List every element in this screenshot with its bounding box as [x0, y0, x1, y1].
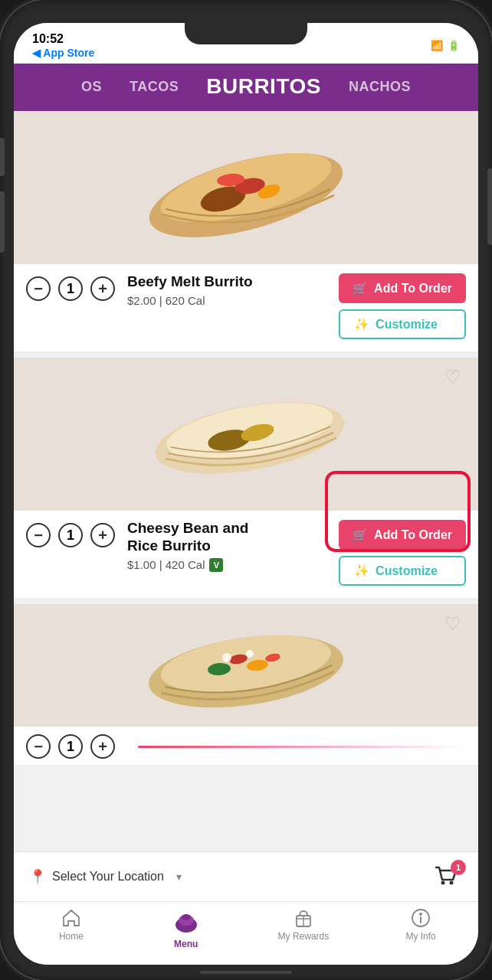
beefy-melt-customize[interactable]: ✨ Customize	[339, 309, 466, 339]
cart-icon-btn2: 🛒	[353, 528, 368, 542]
cheesy-bean-controls: − 1 + Cheesy Bean andRice Burrito $1.00 …	[14, 511, 478, 598]
third-burrito-image: ♡	[14, 604, 478, 727]
cheesy-bean-info: Cheesy Bean andRice Burrito $1.00 | 420 …	[127, 520, 326, 572]
cheesy-bean-name: Cheesy Bean andRice Burrito	[127, 520, 326, 555]
beefy-melt-add-label: Add To Order	[374, 282, 452, 296]
phone-screen: 10:52 ◀ App Store 📶 🔋 OS TACOS BURRITOS …	[14, 23, 478, 965]
tab-menu-label: Menu	[174, 939, 198, 949]
cart-button[interactable]: 1	[429, 861, 463, 892]
rewards-icon	[294, 908, 313, 928]
cheesy-bean-plus[interactable]: +	[90, 523, 115, 547]
beefy-melt-name: Beefy Melt Burrito	[127, 273, 326, 291]
volume-down-button	[0, 138, 5, 176]
status-icons: 📶 🔋	[431, 40, 460, 51]
svg-point-18	[441, 881, 445, 885]
wand-icon-btn1: ✨	[354, 317, 369, 332]
cheesy-bean-add-to-order[interactable]: 🛒 Add To Order	[339, 520, 466, 550]
menu-icon	[172, 908, 200, 936]
third-plus[interactable]: +	[90, 734, 115, 759]
beefy-melt-qty: − 1 +	[26, 276, 115, 301]
beefy-melt-plus[interactable]: +	[90, 276, 115, 301]
location-text: Select Your Location	[52, 870, 164, 884]
tab-info[interactable]: My Info	[398, 908, 444, 949]
third-qty-num: 1	[58, 734, 83, 759]
tab-bar: Home Menu My Rewards	[14, 901, 478, 965]
category-nav: OS TACOS BURRITOS NACHOS	[14, 64, 478, 111]
cart-badge: 1	[451, 860, 466, 875]
location-selector[interactable]: 📍 Select Your Location ▾	[29, 868, 429, 885]
beefy-melt-order-buttons: 🛒 Add To Order ✨ Customize	[339, 273, 466, 339]
svg-point-25	[419, 913, 422, 916]
svg-point-22	[182, 914, 191, 920]
beefy-melt-burrito-svg	[123, 126, 369, 249]
beefy-melt-image	[14, 111, 478, 264]
cat-tacos[interactable]: TACOS	[116, 76, 192, 98]
tab-rewards-label: My Rewards	[278, 931, 330, 942]
home-indicator	[200, 971, 292, 974]
beefy-melt-price: $2.00 | 620 Cal	[127, 294, 326, 307]
power-button	[487, 168, 492, 245]
tab-menu[interactable]: Menu	[163, 908, 209, 949]
beefy-melt-qty-num: 1	[58, 276, 83, 301]
svg-point-17	[246, 650, 254, 658]
beefy-melt-add-to-order[interactable]: 🛒 Add To Order	[339, 273, 466, 303]
menu-scroll: − 1 + Beefy Melt Burrito $2.00 | 620 Cal…	[14, 111, 478, 851]
cheesy-bean-customize-label: Customize	[376, 564, 438, 578]
beefy-melt-customize-label: Customize	[376, 318, 438, 332]
menu-card-third: ♡	[14, 604, 478, 765]
cheesy-bean-image: ♡	[14, 358, 478, 511]
location-bar: 📍 Select Your Location ▾ 1	[14, 851, 478, 901]
info-icon	[411, 908, 431, 928]
menu-card-cheesy-bean: ♡ − 1 +	[14, 358, 478, 598]
cat-nachos[interactable]: NACHOS	[335, 76, 425, 98]
battery-icon: 🔋	[448, 40, 460, 51]
third-burrito-favorite[interactable]: ♡	[444, 613, 466, 635]
beefy-melt-minus[interactable]: −	[26, 276, 51, 301]
cheesy-bean-order-buttons: 🛒 Add To Order ✨ Customize	[339, 520, 466, 586]
third-qty-row: − 1 +	[14, 727, 478, 765]
cheesy-bean-add-label: Add To Order	[374, 528, 452, 542]
cart-icon-btn1: 🛒	[353, 281, 368, 296]
tab-rewards[interactable]: My Rewards	[278, 908, 330, 949]
beefy-melt-controls: − 1 + Beefy Melt Burrito $2.00 | 620 Cal…	[14, 264, 478, 351]
wand-icon-btn2: ✨	[354, 564, 369, 578]
location-chevron-icon: ▾	[176, 871, 182, 883]
menu-card-beefy-melt: − 1 + Beefy Melt Burrito $2.00 | 620 Cal…	[14, 111, 478, 351]
cat-os[interactable]: OS	[67, 76, 116, 98]
vegetarian-icon: V	[209, 558, 223, 572]
home-icon	[61, 908, 81, 928]
status-time: 10:52	[32, 32, 94, 46]
volume-up-button	[0, 191, 5, 253]
cheesy-bean-minus[interactable]: −	[26, 523, 51, 547]
tab-info-label: My Info	[405, 931, 435, 942]
wifi-icon: 📶	[431, 40, 443, 51]
third-burrito-svg	[123, 604, 369, 727]
location-pin-icon: 📍	[29, 868, 46, 885]
cheesy-bean-favorite[interactable]: ♡	[444, 367, 466, 388]
phone-shell: 10:52 ◀ App Store 📶 🔋 OS TACOS BURRITOS …	[0, 0, 492, 980]
svg-point-16	[222, 653, 231, 662]
notch	[185, 23, 307, 44]
third-minus[interactable]: −	[26, 734, 51, 759]
tab-home-label: Home	[59, 931, 84, 942]
tab-home[interactable]: Home	[48, 908, 94, 949]
cheesy-bean-qty: − 1 +	[26, 523, 115, 547]
cheesy-bean-price: $1.00 | 420 Cal V	[127, 558, 326, 572]
cheesy-bean-qty-num: 1	[58, 523, 83, 547]
beefy-melt-info: Beefy Melt Burrito $2.00 | 620 Cal	[127, 273, 326, 307]
svg-point-19	[450, 881, 454, 885]
cheesy-bean-customize[interactable]: ✨ Customize	[339, 556, 466, 586]
cheesy-bean-burrito-svg	[123, 373, 369, 495]
cat-burritos[interactable]: BURRITOS	[192, 71, 335, 102]
app-store-back[interactable]: ◀ App Store	[32, 47, 94, 59]
